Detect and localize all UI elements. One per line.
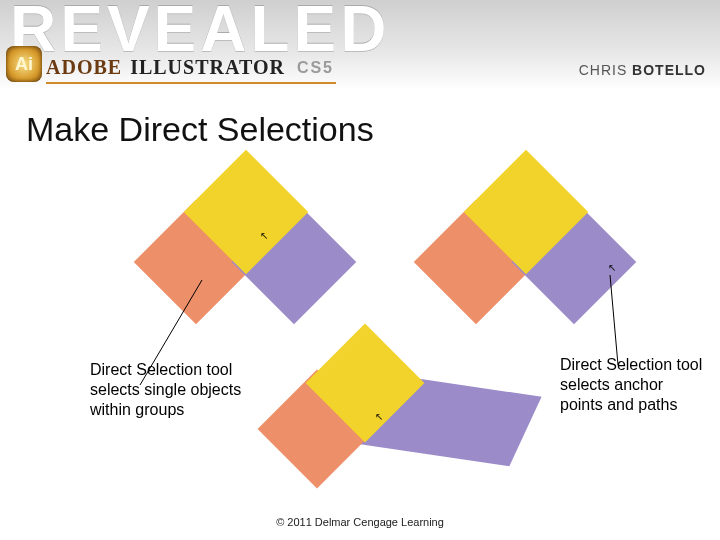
author-label: CHRIS BOTELLO [579, 62, 706, 78]
example-panel-3: ↖ [245, 335, 505, 485]
illustration-area: ↖ ↖ ↖ Direct Selection tool selects sing… [0, 160, 720, 500]
product-title: ADOBE ILLUSTRATOR CS5 [46, 56, 334, 79]
version-word: CS5 [297, 59, 334, 77]
copyright-footer: © 2011 Delmar Cengage Learning [0, 516, 720, 528]
author-first: CHRIS [579, 62, 628, 78]
callout-left: Direct Selection tool selects single obj… [90, 360, 250, 420]
callout-right: Direct Selection tool selects anchor poi… [560, 355, 710, 415]
cursor-icon: ↖ [260, 230, 268, 241]
product-word: ILLUSTRATOR [130, 56, 285, 79]
example-panel-1: ↖ [120, 160, 360, 310]
cursor-icon: ↖ [608, 262, 616, 273]
example-panel-2: ↖ [400, 160, 640, 310]
cursor-icon: ↖ [375, 411, 383, 422]
title-underline [46, 82, 336, 84]
author-last: BOTELLO [632, 62, 706, 78]
slide-title: Make Direct Selections [26, 110, 374, 149]
illustrator-logo-text: Ai [15, 54, 33, 75]
slide-header: REVEALED Ai ADOBE ILLUSTRATOR CS5 CHRIS … [0, 0, 720, 90]
illustrator-logo-icon: Ai [6, 46, 42, 82]
brand-word: ADOBE [46, 56, 122, 79]
